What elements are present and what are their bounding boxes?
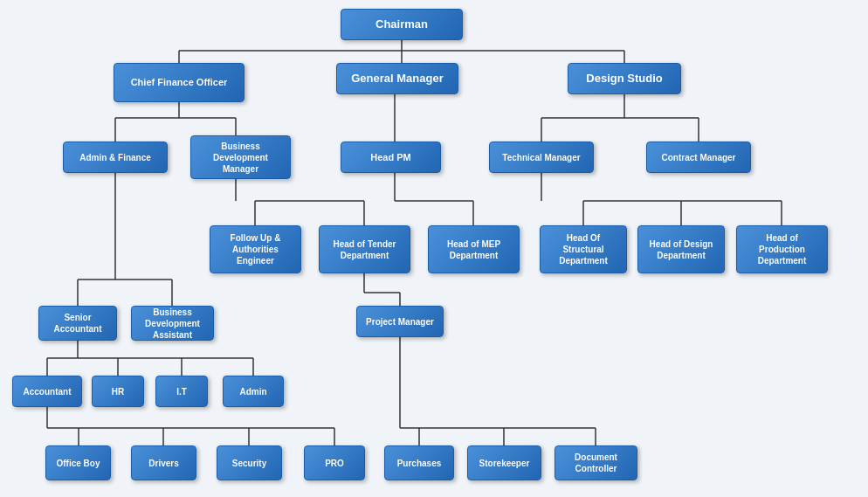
tm-node: Technical Manager — [489, 142, 594, 173]
admin-node: Admin — [223, 376, 284, 407]
hpm-node: Head PM — [341, 142, 441, 173]
pur-node: Purchases — [384, 445, 454, 480]
cm-node: Contract Manager — [646, 142, 751, 173]
ds-node: Design Studio — [568, 63, 681, 94]
pm-node: Project Manager — [356, 306, 444, 337]
gm-node: General Manager — [336, 63, 458, 94]
cfo-node: Chief Finance Officer — [114, 63, 245, 102]
hsd-node: Head Of Structural Department — [540, 225, 627, 273]
pro-node: PRO — [304, 445, 365, 480]
sa-node: Senior Accountant — [38, 306, 117, 341]
ob-node: Office Boy — [45, 445, 111, 480]
hr-node: HR — [92, 376, 144, 407]
hoprod-node: Head of Production Department — [736, 225, 828, 273]
hodsgn-node: Head of Design Department — [637, 225, 725, 273]
htd-node: Head of Tender Department — [319, 225, 410, 273]
fuae-node: Follow Up & Authorities Engineer — [210, 225, 301, 273]
bdm-node: Business Development Manager — [190, 135, 291, 179]
dc-node: Document Controller — [555, 445, 637, 480]
acct-node: Accountant — [12, 376, 82, 407]
af-node: Admin & Finance — [63, 142, 168, 173]
org-chart: Chairman Chief Finance Officer General M… — [0, 0, 868, 17]
it-node: I.T — [155, 376, 208, 407]
chairman-node: Chairman — [341, 9, 463, 40]
sk-node: Storekeeper — [467, 445, 541, 480]
drv-node: Drivers — [131, 445, 196, 480]
bda-node: Business Development Assistant — [131, 306, 214, 341]
hmep-node: Head of MEP Department — [428, 225, 520, 273]
sec-node: Security — [217, 445, 282, 480]
